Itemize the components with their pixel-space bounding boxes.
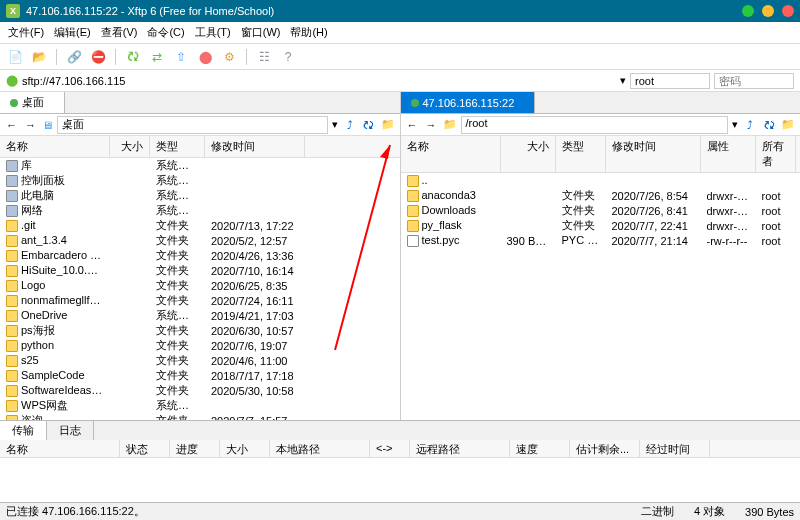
col-type[interactable]: 类型 bbox=[150, 136, 205, 157]
file-row[interactable]: Embarcadero ERSt...文件夹2020/4/26, 13:36 bbox=[0, 248, 400, 263]
file-row[interactable]: 库系统文件夹 bbox=[0, 158, 400, 173]
file-row[interactable]: nonmafimegllfoonj...文件夹2020/7/24, 16:11 bbox=[0, 293, 400, 308]
file-row[interactable]: HiSuite_10.0.0.510文件夹2020/7/10, 16:14 bbox=[0, 263, 400, 278]
statusbar: 已连接 47.106.166.115:22。 二进制 4 对象 390 Byte… bbox=[0, 502, 800, 520]
col-name[interactable]: 名称 bbox=[401, 136, 501, 172]
open-icon[interactable]: 📂 bbox=[30, 48, 48, 66]
refresh-small-icon[interactable]: 🗘 bbox=[761, 117, 777, 133]
status-connection: 已连接 47.106.166.115:22。 bbox=[6, 504, 621, 519]
file-row[interactable]: 此电脑系统文件夹 bbox=[0, 188, 400, 203]
back-icon[interactable]: ← bbox=[4, 119, 19, 131]
file-row[interactable]: .git文件夹2020/7/13, 17:22 bbox=[0, 218, 400, 233]
file-row[interactable]: 控制面板系统文件夹 bbox=[0, 173, 400, 188]
col-date[interactable]: 修改时间 bbox=[606, 136, 701, 172]
up-icon[interactable]: ⤴ bbox=[742, 117, 758, 133]
file-row[interactable]: ant_1.3.4文件夹2020/5/2, 12:57 bbox=[0, 233, 400, 248]
app-icon: X bbox=[6, 4, 20, 18]
file-row[interactable]: python文件夹2020/7/6, 19:07 bbox=[0, 338, 400, 353]
local-pane: 桌面 ← → 🖥 桌面 ▾ ⤴ 🗘 📁 名称 大小 类型 修改时间 库系统文件夹… bbox=[0, 92, 401, 420]
remote-tab[interactable]: 47.106.166.115:22 bbox=[401, 92, 536, 113]
th-status[interactable]: 状态 bbox=[120, 440, 170, 457]
folder-icon bbox=[407, 220, 419, 232]
file-row[interactable]: ps海报文件夹2020/6/30, 10:57 bbox=[0, 323, 400, 338]
upload-icon[interactable]: ⇧ bbox=[172, 48, 190, 66]
path-dropdown-icon[interactable]: ▾ bbox=[732, 118, 738, 131]
th-progress[interactable]: 进度 bbox=[170, 440, 220, 457]
file-row[interactable]: SampleCode文件夹2018/7/17, 17:18 bbox=[0, 368, 400, 383]
file-row[interactable]: Logo文件夹2020/6/25, 8:35 bbox=[0, 278, 400, 293]
up-icon[interactable]: ⤴ bbox=[342, 117, 358, 133]
settings-icon[interactable]: ⚙ bbox=[220, 48, 238, 66]
new-session-icon[interactable]: 📄 bbox=[6, 48, 24, 66]
close-button[interactable] bbox=[782, 5, 794, 17]
th-remotepath[interactable]: 远程路径 bbox=[410, 440, 510, 457]
th-name[interactable]: 名称 bbox=[0, 440, 120, 457]
th-elapsed[interactable]: 经过时间 bbox=[640, 440, 710, 457]
local-path-input[interactable]: 桌面 bbox=[57, 116, 328, 134]
col-size[interactable]: 大小 bbox=[110, 136, 150, 157]
newfolder-icon[interactable]: 📁 bbox=[780, 117, 796, 133]
refresh-small-icon[interactable]: 🗘 bbox=[361, 117, 377, 133]
menu-file[interactable]: 文件(F) bbox=[8, 25, 44, 40]
file-row[interactable]: 网络系统文件夹 bbox=[0, 203, 400, 218]
tab-transfer[interactable]: 传输 bbox=[0, 421, 47, 440]
th-size[interactable]: 大小 bbox=[220, 440, 270, 457]
reconnect-icon[interactable]: 🔗 bbox=[65, 48, 83, 66]
file-row[interactable]: WPS网盘系统文件夹 bbox=[0, 398, 400, 413]
th-remaining[interactable]: 估计剩余... bbox=[570, 440, 640, 457]
maximize-button[interactable] bbox=[762, 5, 774, 17]
folder-icon bbox=[6, 235, 18, 247]
menu-window[interactable]: 窗口(W) bbox=[241, 25, 281, 40]
col-name[interactable]: 名称 bbox=[0, 136, 110, 157]
remote-path-input[interactable]: /root bbox=[461, 116, 729, 134]
local-filelist[interactable]: 名称 大小 类型 修改时间 库系统文件夹控制面板系统文件夹此电脑系统文件夹网络系… bbox=[0, 136, 400, 420]
refresh-icon[interactable]: 🗘 bbox=[124, 48, 142, 66]
file-row[interactable]: py_flask文件夹2020/7/7, 22:41drwxr-xr-xroot bbox=[401, 218, 801, 233]
stop-icon[interactable]: ⬤ bbox=[196, 48, 214, 66]
local-tab-label: 桌面 bbox=[22, 95, 44, 110]
disconnect-icon[interactable]: ⛔ bbox=[89, 48, 107, 66]
url-field[interactable]: sftp://47.106.166.115 bbox=[22, 75, 616, 87]
file-row[interactable]: test.pyc390 BytesPYC 文件2020/7/7, 21:14-r… bbox=[401, 233, 801, 248]
th-direction[interactable]: <-> bbox=[370, 440, 410, 457]
path-dropdown-icon[interactable]: ▾ bbox=[332, 118, 338, 131]
file-row[interactable]: 咨询文件夹2020/7/7, 15:57 bbox=[0, 413, 400, 420]
newfolder-icon[interactable]: 📁 bbox=[380, 117, 396, 133]
remote-filelist[interactable]: 名称 大小 类型 修改时间 属性 所有者 ..anaconda3文件夹2020/… bbox=[401, 136, 801, 420]
th-localpath[interactable]: 本地路径 bbox=[270, 440, 370, 457]
folder-icon bbox=[407, 205, 419, 217]
file-row[interactable]: OneDrive系统文件夹2019/4/21, 17:03 bbox=[0, 308, 400, 323]
forward-icon[interactable]: → bbox=[23, 119, 38, 131]
file-row[interactable]: s25文件夹2020/4/6, 11:00 bbox=[0, 353, 400, 368]
col-date[interactable]: 修改时间 bbox=[205, 136, 305, 157]
back-icon[interactable]: ← bbox=[405, 119, 420, 131]
file-icon bbox=[407, 235, 419, 247]
menu-help[interactable]: 帮助(H) bbox=[290, 25, 327, 40]
menu-tools[interactable]: 工具(T) bbox=[195, 25, 231, 40]
col-size[interactable]: 大小 bbox=[501, 136, 556, 172]
col-type[interactable]: 类型 bbox=[556, 136, 606, 172]
status-dot-icon bbox=[10, 99, 18, 107]
username-input[interactable] bbox=[630, 73, 710, 89]
dropdown-icon[interactable]: ▾ bbox=[620, 74, 626, 87]
transfer-list[interactable] bbox=[0, 458, 800, 498]
file-row[interactable]: SoftwareIdeasMod...文件夹2020/5/30, 10:58 bbox=[0, 383, 400, 398]
help-icon[interactable]: ? bbox=[279, 48, 297, 66]
properties-icon[interactable]: ☷ bbox=[255, 48, 273, 66]
file-row[interactable]: anaconda3文件夹2020/7/26, 8:54drwxr-xr-xroo… bbox=[401, 188, 801, 203]
th-speed[interactable]: 速度 bbox=[510, 440, 570, 457]
password-input[interactable] bbox=[714, 73, 794, 89]
tab-log[interactable]: 日志 bbox=[47, 421, 94, 440]
menu-edit[interactable]: 编辑(E) bbox=[54, 25, 91, 40]
forward-icon[interactable]: → bbox=[424, 119, 439, 131]
minimize-button[interactable] bbox=[742, 5, 754, 17]
connect-icon[interactable]: ⬤ bbox=[6, 74, 18, 87]
sync-icon[interactable]: ⇄ bbox=[148, 48, 166, 66]
col-owner[interactable]: 所有者 bbox=[756, 136, 796, 172]
menu-command[interactable]: 命令(C) bbox=[147, 25, 184, 40]
menu-view[interactable]: 查看(V) bbox=[101, 25, 138, 40]
col-attr[interactable]: 属性 bbox=[701, 136, 756, 172]
file-row[interactable]: Downloads文件夹2020/7/26, 8:41drwxr-xr-xroo… bbox=[401, 203, 801, 218]
file-row[interactable]: .. bbox=[401, 173, 801, 188]
local-tab[interactable]: 桌面 bbox=[0, 92, 65, 113]
